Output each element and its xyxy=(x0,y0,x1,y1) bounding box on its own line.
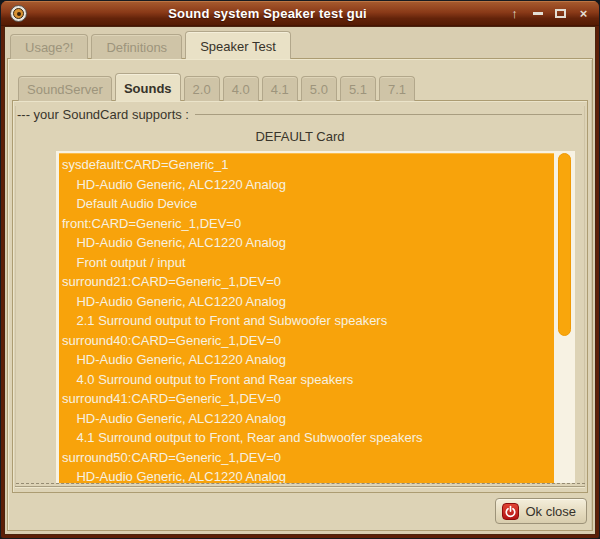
clipped-content-dashed-edge xyxy=(16,483,585,484)
frame-label-row: --- your SoundCard supports : xyxy=(15,106,585,123)
tab-5-0[interactable]: 5.0 xyxy=(301,76,337,101)
device-line: HD-Audio Generic, ALC1220 Analog xyxy=(62,292,550,312)
device-line: surround41:CARD=Generic_1,DEV=0 xyxy=(62,389,550,409)
ok-close-button[interactable]: Ok close xyxy=(495,498,587,524)
speaker-cone xyxy=(13,8,24,19)
device-list: sysdefault:CARD=Generic_1 HD-Audio Gener… xyxy=(59,153,554,483)
device-line: surround21:CARD=Generic_1,DEV=0 xyxy=(62,272,550,292)
device-line: sysdefault:CARD=Generic_1 xyxy=(62,155,550,175)
tab-speaker-test[interactable]: Speaker Test xyxy=(185,31,291,59)
device-line: 4.0 Surround output to Front and Rear sp… xyxy=(62,370,550,390)
device-line: Front output / input xyxy=(62,253,550,273)
main-tab-bar: Usage?! Definitions Speaker Test xyxy=(5,27,595,59)
tab-sounds[interactable]: Sounds xyxy=(115,73,181,101)
device-line: HD-Audio Generic, ALC1220 Analog xyxy=(62,409,550,429)
tab-definitions[interactable]: Definitions xyxy=(91,34,182,59)
default-card-heading: DEFAULT Card xyxy=(15,129,585,147)
device-scroll-region: sysdefault:CARD=Generic_1 HD-Audio Gener… xyxy=(56,151,575,483)
scrollbar-thumb[interactable] xyxy=(558,153,571,336)
soundcard-supports-frame: --- your SoundCard supports : DEFAULT Ca… xyxy=(15,106,585,487)
tab-usage[interactable]: Usage?! xyxy=(10,34,88,59)
speaker-test-page: SoundServer Sounds 2.0 4.0 4.1 5.0 5.1 7… xyxy=(7,58,593,531)
sounds-page: --- your SoundCard supports : DEFAULT Ca… xyxy=(12,100,588,493)
device-line: surround50:CARD=Generic_1,DEV=0 xyxy=(62,448,550,468)
speaker-dot xyxy=(17,12,21,16)
sound-tab-bar: SoundServer Sounds 2.0 4.0 4.1 5.0 5.1 7… xyxy=(18,73,592,101)
footer-row: Ok close xyxy=(8,498,587,524)
tab-4-0[interactable]: 4.0 xyxy=(223,76,259,101)
tab-7-1[interactable]: 7.1 xyxy=(379,76,415,101)
vertical-scrollbar[interactable] xyxy=(554,151,575,483)
device-line: HD-Audio Generic, ALC1220 Analog xyxy=(62,175,550,195)
window-controls: ↑ × xyxy=(508,1,590,26)
tab-5-1[interactable]: 5.1 xyxy=(340,76,376,101)
minimize-bar xyxy=(533,12,543,15)
tab-soundserver[interactable]: SoundServer xyxy=(18,76,112,101)
device-line: surround40:CARD=Generic_1,DEV=0 xyxy=(62,331,550,351)
app-window: Sound system Speaker test gui ↑ × Usage?… xyxy=(0,0,600,539)
speaker-icon xyxy=(10,5,27,22)
device-viewport: sysdefault:CARD=Generic_1 HD-Audio Gener… xyxy=(56,151,554,483)
device-line: front:CARD=Generic_1,DEV=0 xyxy=(62,214,550,234)
titlebar: Sound system Speaker test gui ↑ × xyxy=(1,1,599,26)
device-line: HD-Audio Generic, ALC1220 Analog xyxy=(62,350,550,370)
window-body: Usage?! Definitions Speaker Test SoundSe… xyxy=(4,26,596,535)
minimize-icon[interactable] xyxy=(531,1,544,26)
device-line: HD-Audio Generic, ALC1220 Analog xyxy=(62,467,550,483)
tab-2-0[interactable]: 2.0 xyxy=(184,76,220,101)
power-icon xyxy=(502,503,519,520)
maximize-box xyxy=(555,9,566,18)
maximize-icon[interactable] xyxy=(554,1,567,26)
device-line: Default Audio Device xyxy=(62,194,550,214)
device-line: 2.1 Surround output to Front and Subwoof… xyxy=(62,311,550,331)
ok-close-label: Ok close xyxy=(525,504,576,519)
close-icon[interactable]: × xyxy=(577,1,590,26)
soundcard-supports-label: --- your SoundCard supports : xyxy=(17,107,195,122)
shade-window-icon[interactable]: ↑ xyxy=(508,1,521,26)
tab-4-1[interactable]: 4.1 xyxy=(262,76,298,101)
device-line: HD-Audio Generic, ALC1220 Analog xyxy=(62,233,550,253)
device-line: 4.1 Surround output to Front, Rear and S… xyxy=(62,428,550,448)
window-title: Sound system Speaker test gui xyxy=(27,6,508,21)
